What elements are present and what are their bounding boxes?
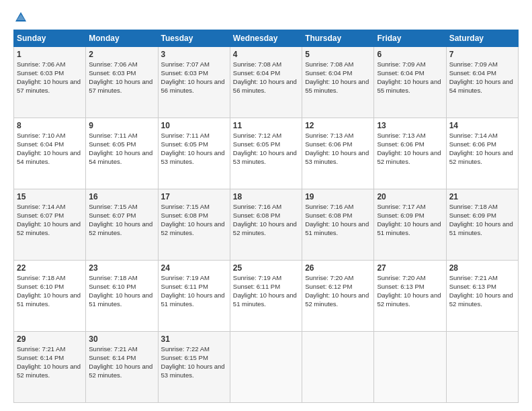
day-header-saturday: Saturday bbox=[446, 30, 518, 47]
daylight-label: Daylight: 10 hours and 51 minutes. bbox=[17, 291, 81, 308]
day-number: 13 bbox=[377, 120, 443, 131]
sunrise-label: Sunrise: 7:22 AM bbox=[161, 345, 210, 353]
sunrise-label: Sunrise: 7:19 AM bbox=[161, 274, 210, 281]
day-number: 5 bbox=[305, 49, 371, 60]
day-number: 25 bbox=[233, 263, 299, 273]
sunset-label: Sunset: 6:04 PM bbox=[233, 69, 280, 77]
daylight-label: Daylight: 10 hours and 52 minutes. bbox=[17, 220, 81, 236]
calendar-cell: 19Sunrise: 7:16 AMSunset: 6:08 PMDayligh… bbox=[302, 189, 374, 261]
day-number: 12 bbox=[305, 120, 371, 131]
sunrise-label: Sunrise: 7:21 AM bbox=[449, 274, 498, 281]
daylight-label: Daylight: 10 hours and 51 minutes. bbox=[305, 220, 369, 236]
daylight-label: Daylight: 10 hours and 52 minutes. bbox=[17, 363, 81, 379]
sunrise-label: Sunrise: 7:16 AM bbox=[233, 203, 281, 210]
sunrise-label: Sunrise: 7:14 AM bbox=[17, 203, 65, 210]
day-header-friday: Friday bbox=[374, 30, 446, 47]
daylight-label: Daylight: 10 hours and 56 minutes. bbox=[161, 78, 225, 94]
sunrise-label: Sunrise: 7:16 AM bbox=[305, 203, 353, 210]
sunrise-label: Sunrise: 7:13 AM bbox=[305, 132, 353, 139]
calendar-cell: 22Sunrise: 7:18 AMSunset: 6:10 PMDayligh… bbox=[14, 261, 86, 332]
sunrise-label: Sunrise: 7:15 AM bbox=[89, 203, 137, 210]
day-header-tuesday: Tuesday bbox=[158, 30, 230, 47]
daylight-label: Daylight: 10 hours and 57 minutes. bbox=[89, 78, 152, 94]
sunrise-label: Sunrise: 7:21 AM bbox=[17, 345, 65, 353]
calendar-cell: 7Sunrise: 7:09 AMSunset: 6:04 PMDaylight… bbox=[446, 47, 518, 118]
sunset-label: Sunset: 6:10 PM bbox=[17, 283, 64, 290]
sunset-label: Sunset: 6:08 PM bbox=[305, 212, 352, 219]
sunrise-label: Sunrise: 7:08 AM bbox=[305, 60, 353, 68]
calendar-cell: 17Sunrise: 7:15 AMSunset: 6:08 PMDayligh… bbox=[158, 189, 230, 261]
sunset-label: Sunset: 6:04 PM bbox=[377, 69, 424, 77]
sunrise-label: Sunrise: 7:19 AM bbox=[233, 274, 281, 281]
sunrise-label: Sunrise: 7:07 AM bbox=[161, 60, 210, 68]
day-number: 24 bbox=[161, 263, 227, 273]
daylight-label: Daylight: 10 hours and 51 minutes. bbox=[449, 220, 513, 236]
daylight-label: Daylight: 10 hours and 52 minutes. bbox=[305, 291, 369, 308]
calendar-cell: 25Sunrise: 7:19 AMSunset: 6:11 PMDayligh… bbox=[230, 261, 302, 332]
sunset-label: Sunset: 6:04 PM bbox=[17, 140, 64, 148]
sunrise-label: Sunrise: 7:06 AM bbox=[89, 60, 137, 68]
day-number: 4 bbox=[233, 49, 299, 60]
sunset-label: Sunset: 6:03 PM bbox=[17, 69, 64, 77]
day-number: 8 bbox=[17, 120, 83, 131]
calendar: SundayMondayTuesdayWednesdayThursdayFrid… bbox=[13, 30, 519, 403]
page: SundayMondayTuesdayWednesdayThursdayFrid… bbox=[0, 0, 532, 411]
day-number: 19 bbox=[305, 191, 371, 202]
calendar-cell: 18Sunrise: 7:16 AMSunset: 6:08 PMDayligh… bbox=[230, 189, 302, 261]
sunrise-label: Sunrise: 7:14 AM bbox=[449, 132, 498, 139]
daylight-label: Daylight: 10 hours and 51 minutes. bbox=[377, 220, 441, 236]
day-number: 23 bbox=[89, 263, 154, 273]
day-number: 30 bbox=[89, 334, 154, 345]
day-number: 7 bbox=[449, 49, 515, 60]
daylight-label: Daylight: 10 hours and 52 minutes. bbox=[449, 149, 513, 165]
calendar-cell: 8Sunrise: 7:10 AMSunset: 6:04 PMDaylight… bbox=[14, 118, 86, 189]
calendar-cell bbox=[374, 332, 446, 403]
daylight-label: Daylight: 10 hours and 52 minutes. bbox=[377, 149, 441, 165]
daylight-label: Daylight: 10 hours and 54 minutes. bbox=[89, 149, 152, 165]
sunset-label: Sunset: 6:15 PM bbox=[161, 354, 208, 361]
sunrise-label: Sunrise: 7:17 AM bbox=[377, 203, 425, 210]
sunset-label: Sunset: 6:05 PM bbox=[233, 140, 280, 148]
day-number: 9 bbox=[89, 120, 154, 131]
daylight-label: Daylight: 10 hours and 53 minutes. bbox=[161, 149, 225, 165]
sunset-label: Sunset: 6:14 PM bbox=[89, 354, 136, 361]
calendar-cell: 9Sunrise: 7:11 AMSunset: 6:05 PMDaylight… bbox=[86, 118, 158, 189]
calendar-cell: 29Sunrise: 7:21 AMSunset: 6:14 PMDayligh… bbox=[14, 332, 86, 403]
day-number: 11 bbox=[233, 120, 299, 131]
sunset-label: Sunset: 6:13 PM bbox=[449, 283, 496, 290]
sunset-label: Sunset: 6:08 PM bbox=[233, 212, 280, 219]
calendar-cell: 15Sunrise: 7:14 AMSunset: 6:07 PMDayligh… bbox=[14, 189, 86, 261]
daylight-label: Daylight: 10 hours and 52 minutes. bbox=[233, 220, 297, 236]
day-number: 17 bbox=[161, 191, 227, 202]
daylight-label: Daylight: 10 hours and 53 minutes. bbox=[161, 363, 225, 379]
calendar-cell: 11Sunrise: 7:12 AMSunset: 6:05 PMDayligh… bbox=[230, 118, 302, 189]
day-header-sunday: Sunday bbox=[14, 30, 86, 47]
day-number: 6 bbox=[377, 49, 443, 60]
daylight-label: Daylight: 10 hours and 54 minutes. bbox=[449, 78, 513, 94]
daylight-label: Daylight: 10 hours and 51 minutes. bbox=[233, 291, 297, 308]
calendar-cell: 27Sunrise: 7:20 AMSunset: 6:13 PMDayligh… bbox=[374, 261, 446, 332]
sunrise-label: Sunrise: 7:13 AM bbox=[377, 132, 425, 139]
sunset-label: Sunset: 6:06 PM bbox=[377, 140, 424, 148]
daylight-label: Daylight: 10 hours and 52 minutes. bbox=[89, 220, 152, 236]
day-number: 29 bbox=[17, 334, 83, 345]
sunset-label: Sunset: 6:10 PM bbox=[89, 283, 136, 290]
sunset-label: Sunset: 6:03 PM bbox=[161, 69, 208, 77]
sunset-label: Sunset: 6:07 PM bbox=[17, 212, 64, 219]
day-number: 15 bbox=[17, 191, 83, 202]
calendar-cell: 6Sunrise: 7:09 AMSunset: 6:04 PMDaylight… bbox=[374, 47, 446, 118]
calendar-cell: 2Sunrise: 7:06 AMSunset: 6:03 PMDaylight… bbox=[86, 47, 158, 118]
sunrise-label: Sunrise: 7:18 AM bbox=[449, 203, 498, 210]
week-row-2: 15Sunrise: 7:14 AMSunset: 6:07 PMDayligh… bbox=[14, 189, 519, 261]
calendar-cell: 23Sunrise: 7:18 AMSunset: 6:10 PMDayligh… bbox=[86, 261, 158, 332]
day-header-wednesday: Wednesday bbox=[230, 30, 302, 47]
calendar-cell bbox=[302, 332, 374, 403]
calendar-cell: 31Sunrise: 7:22 AMSunset: 6:15 PMDayligh… bbox=[158, 332, 230, 403]
sunset-label: Sunset: 6:11 PM bbox=[233, 283, 280, 290]
week-row-0: 1Sunrise: 7:06 AMSunset: 6:03 PMDaylight… bbox=[14, 47, 519, 118]
week-row-4: 29Sunrise: 7:21 AMSunset: 6:14 PMDayligh… bbox=[14, 332, 519, 403]
sunset-label: Sunset: 6:03 PM bbox=[89, 69, 136, 77]
sunset-label: Sunset: 6:14 PM bbox=[17, 354, 64, 361]
sunrise-label: Sunrise: 7:20 AM bbox=[377, 274, 425, 281]
sunset-label: Sunset: 6:06 PM bbox=[449, 140, 496, 148]
